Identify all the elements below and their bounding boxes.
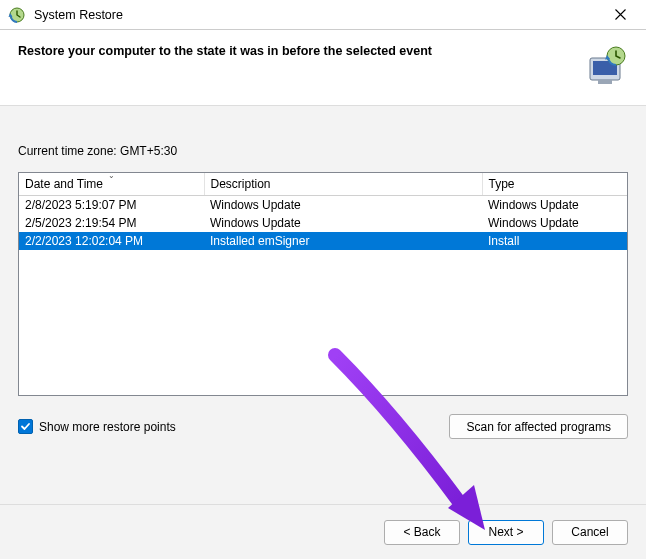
next-button[interactable]: Next > [468, 520, 544, 545]
header-section: Restore your computer to the state it wa… [0, 30, 646, 106]
cell-desc: Windows Update [204, 196, 482, 215]
content-area: Current time zone: GMT+5:30 Date and Tim… [0, 106, 646, 505]
table-row[interactable]: 2/2/2023 12:02:04 PMInstalled emSignerIn… [19, 232, 627, 250]
table-row[interactable]: 2/8/2023 5:19:07 PMWindows UpdateWindows… [19, 196, 627, 215]
options-row: Show more restore points Scan for affect… [18, 414, 628, 439]
cell-date: 2/5/2023 2:19:54 PM [19, 214, 204, 232]
col-header-date[interactable]: Date and Time ⌄ [19, 173, 204, 196]
cell-type: Windows Update [482, 214, 627, 232]
cell-type: Windows Update [482, 196, 627, 215]
timezone-label: Current time zone: GMT+5:30 [18, 144, 628, 158]
restore-points-table[interactable]: Date and Time ⌄ Description Type 2/8/202… [18, 172, 628, 396]
checkbox-icon [18, 419, 33, 434]
header-text: Restore your computer to the state it wa… [18, 44, 572, 58]
footer-buttons: < Back Next > Cancel [0, 505, 646, 559]
cell-desc: Windows Update [204, 214, 482, 232]
show-more-checkbox-wrap[interactable]: Show more restore points [18, 419, 176, 434]
table-row[interactable]: 2/5/2023 2:19:54 PMWindows UpdateWindows… [19, 214, 627, 232]
col-header-description[interactable]: Description [204, 173, 482, 196]
system-restore-icon [8, 6, 26, 24]
cancel-button[interactable]: Cancel [552, 520, 628, 545]
col-header-date-label: Date and Time [25, 177, 103, 191]
table-header-row: Date and Time ⌄ Description Type [19, 173, 627, 196]
cell-type: Install [482, 232, 627, 250]
show-more-label: Show more restore points [39, 420, 176, 434]
col-header-type[interactable]: Type [482, 173, 627, 196]
window-title: System Restore [34, 8, 123, 22]
close-button[interactable] [602, 1, 638, 29]
cell-date: 2/8/2023 5:19:07 PM [19, 196, 204, 215]
svg-rect-4 [598, 80, 612, 84]
scan-programs-button[interactable]: Scan for affected programs [449, 414, 628, 439]
back-button[interactable]: < Back [384, 520, 460, 545]
cell-date: 2/2/2023 12:02:04 PM [19, 232, 204, 250]
titlebar: System Restore [0, 0, 646, 30]
cell-desc: Installed emSigner [204, 232, 482, 250]
sort-descending-icon: ⌄ [108, 172, 115, 180]
restore-large-icon [584, 44, 628, 88]
